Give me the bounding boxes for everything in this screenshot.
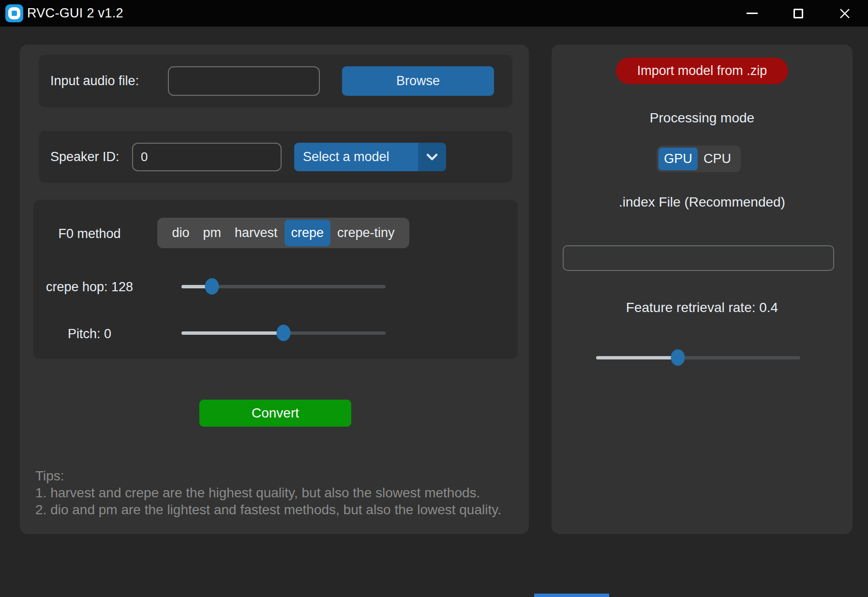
app-icon [5,4,23,22]
minimize-button[interactable] [729,0,775,27]
pitch-slider[interactable] [181,325,386,341]
input-audio-row: Input audio file: Browse [39,55,512,107]
tips-line: 2. dio and pm are the lightest and faste… [35,501,501,518]
model-select[interactable]: Select a model [294,143,446,171]
f0-method-segmented: dio pm harvest crepe crepe-tiny [157,218,409,248]
close-button[interactable] [822,0,868,27]
import-model-button[interactable]: Import model from .zip [616,58,788,84]
title-bar: RVC-GUI 2 v1.2 [0,0,868,27]
close-icon [839,8,851,19]
crepe-hop-label: crepe hop: 128 [33,280,146,295]
chevron-down-icon [426,153,438,161]
slider-handle[interactable] [277,325,291,341]
left-panel: Input audio file: Browse Speaker ID: Sel… [20,45,529,534]
minimize-icon [747,13,758,14]
right-panel: Import model from .zip Processing mode G… [552,45,853,534]
processing-mode-segmented: GPU CPU [657,146,741,172]
speaker-id-label: Speaker ID: [50,149,132,164]
convert-button[interactable]: Convert [199,400,351,427]
f0-option-pm[interactable]: pm [196,220,228,246]
f0-option-crepe[interactable]: crepe [284,220,331,246]
pitch-label: Pitch: 0 [33,327,146,342]
window-controls [729,0,868,27]
f0-section: F0 method dio pm harvest crepe crepe-tin… [33,200,518,359]
index-file-label: .index File (Recommended) [552,194,853,210]
speaker-row: Speaker ID: Select a model [39,131,512,183]
gpu-button[interactable]: GPU [658,148,698,170]
cpu-button[interactable]: CPU [698,148,737,170]
processing-mode-label: Processing mode [552,110,853,126]
f0-option-dio[interactable]: dio [165,220,196,246]
index-file-field[interactable] [563,245,834,271]
maximize-icon [793,9,803,18]
slider-fill [596,356,678,359]
feature-rate-label: Feature retrieval rate: 0.4 [552,300,853,315]
slider-handle[interactable] [205,278,219,295]
maximize-button[interactable] [775,0,822,27]
input-audio-label: Input audio file: [50,74,168,89]
slider-fill [181,331,284,335]
input-audio-field[interactable] [168,66,320,96]
f0-method-label: F0 method [33,226,146,241]
tips-text: Tips: 1. harvest and crepe are the highe… [35,467,501,518]
taskbar-fragment [534,594,609,597]
browse-button[interactable]: Browse [342,66,494,96]
feature-rate-slider[interactable] [596,349,800,366]
speaker-id-field[interactable] [132,143,282,171]
window-title: RVC-GUI 2 v1.2 [27,6,123,21]
tips-line: Tips: [35,467,501,484]
f0-option-harvest[interactable]: harvest [228,220,284,246]
slider-handle[interactable] [671,349,685,366]
tips-line: 1. harvest and crepe are the highest qua… [35,484,501,501]
crepe-hop-slider[interactable] [181,278,386,295]
f0-option-crepe-tiny[interactable]: crepe-tiny [330,220,402,246]
model-select-label: Select a model [294,143,418,171]
app-icon-ring [8,7,20,19]
model-select-button[interactable] [418,143,446,171]
